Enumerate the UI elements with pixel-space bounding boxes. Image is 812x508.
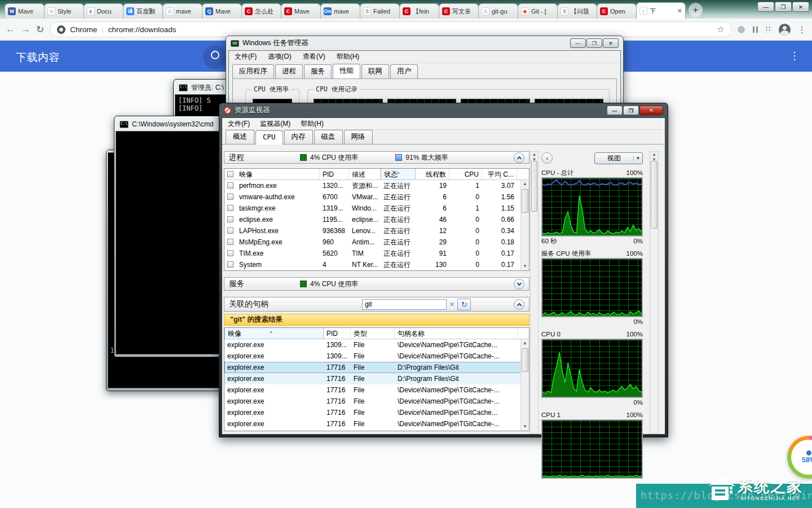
tab[interactable]: 磁盘 (314, 130, 343, 144)
browser-tab[interactable]: C【fein (399, 3, 439, 19)
forward-button[interactable]: → (21, 24, 30, 35)
panel-scrollbar[interactable]: ▲ ▼ (650, 151, 659, 434)
close-button[interactable]: ✕ (603, 38, 619, 48)
row-checkbox[interactable] (227, 182, 233, 189)
row-checkbox[interactable] (227, 216, 233, 222)
browser-tab[interactable]: ∴mave (162, 3, 202, 19)
browser-tab[interactable]: COpen (597, 3, 637, 19)
table-row[interactable]: explorer.exe17716File\Device\NamedPipe\T… (224, 396, 529, 407)
menu-item[interactable]: 文件(F) (228, 119, 250, 129)
column-header[interactable]: 映像 (236, 169, 320, 179)
table-row[interactable]: TIM.exe5620TIM正在运行9100.17 (224, 248, 529, 259)
column-header[interactable]: 状态▲ (381, 168, 416, 180)
tab[interactable]: 进程 (275, 64, 303, 78)
minimize-button[interactable]: — (607, 106, 623, 115)
row-checkbox[interactable] (227, 239, 233, 245)
column-header[interactable]: 平均 C... (482, 169, 517, 179)
browser-tab[interactable]: QMave (202, 3, 242, 19)
browser-tab-active[interactable]: ↓下✕ (636, 2, 686, 19)
refresh-search-button[interactable]: ↻ (457, 299, 471, 310)
column-header[interactable]: PID (324, 328, 351, 339)
tab[interactable]: 联网 (361, 64, 389, 78)
tab[interactable]: 概述 (226, 130, 254, 144)
menu-item[interactable]: 帮助(H) (301, 119, 324, 129)
row-checkbox[interactable] (227, 194, 233, 200)
handle-search-input[interactable] (362, 299, 447, 310)
expand-button[interactable] (514, 279, 524, 290)
browser-tab[interactable]: ≡Style (44, 3, 84, 19)
collapse-button[interactable] (514, 299, 524, 310)
bookmark-star-icon[interactable]: ☆ (717, 24, 725, 34)
scroll-up-arrow[interactable]: ▲ (521, 339, 529, 347)
browser-tab[interactable]: C写文章 (439, 3, 479, 19)
maximize-button[interactable]: ❐ (586, 38, 602, 48)
view-dropdown-button[interactable]: 视图 ▼ (594, 152, 643, 164)
browser-tab[interactable]: 译百度翻 (123, 3, 163, 19)
extension-pause-icon[interactable] (752, 26, 758, 33)
tab[interactable]: 服务 (304, 64, 332, 78)
tab[interactable]: 用户 (390, 64, 418, 78)
column-header[interactable]: 句柄名称 (395, 328, 518, 339)
row-checkbox[interactable] (227, 227, 233, 234)
scroll-thumb[interactable] (522, 189, 528, 213)
profile-avatar[interactable] (779, 24, 791, 36)
close-button[interactable]: ✕ (792, 2, 809, 12)
column-header[interactable]: 类型 (351, 328, 395, 339)
services-section-header[interactable]: 服务 4% CPU 使用率 (224, 277, 529, 291)
table-row[interactable]: MsMpEng.exe960Antim...正在运行2900.18 (224, 237, 529, 248)
close-button[interactable]: ✕ (639, 106, 663, 115)
browser-menu-icon[interactable]: ⋮ (797, 24, 806, 35)
scroll-thumb[interactable] (651, 161, 657, 229)
row-checkbox[interactable] (227, 261, 233, 268)
minimize-button[interactable]: — (570, 38, 586, 48)
column-header[interactable]: PID (320, 169, 349, 179)
maximize-button[interactable]: ❐ (775, 2, 792, 12)
process-section-header[interactable]: 进程 4% CPU 使用率 91% 最大频率 (224, 151, 529, 164)
scroll-up-arrow[interactable]: ▲ (521, 180, 529, 188)
extension-circle-icon[interactable] (738, 26, 745, 33)
scroll-up-arrow[interactable]: ▲ (650, 152, 658, 157)
browser-tab[interactable]: C怎么处 (241, 3, 281, 19)
scroll-up-arrow[interactable]: ▲ (531, 152, 538, 157)
back-button[interactable]: ← (6, 24, 15, 35)
menu-item[interactable]: 查看(V) (303, 52, 325, 62)
select-all-checkbox[interactable] (227, 171, 233, 177)
table-row[interactable]: explorer.exe17716File\Device\NamedPipe\T… (224, 418, 529, 430)
menu-item[interactable]: 文件(F) (235, 52, 257, 62)
menu-item[interactable]: 监视器(M) (260, 119, 290, 129)
table-row[interactable]: perfmon.exe1320...资源和...正在运行1913.07 (224, 180, 529, 191)
scroll-thumb[interactable] (522, 348, 528, 372)
downloads-menu-icon[interactable]: ⋮ (789, 50, 800, 62)
tab[interactable]: 网络 (344, 130, 373, 144)
resource-monitor-titlebar[interactable]: 资源监视器 — ❐ ✕ (222, 103, 665, 117)
table-row[interactable]: explorer.exe17716File\Device\NamedPipe\T… (224, 407, 529, 418)
resource-monitor-window[interactable]: 资源监视器 — ❐ ✕ 文件(F)监视器(M)帮助(H) 概述CPU内存磁盘网络… (219, 103, 668, 437)
tab[interactable]: 性能 (333, 64, 360, 79)
menu-item[interactable]: 选项(O) (268, 52, 291, 62)
menu-item[interactable]: 帮助(H) (337, 52, 360, 62)
table-row[interactable]: explorer.exe1309...File\Device\NamedPipe… (224, 339, 529, 351)
column-header[interactable]: 描述 (349, 169, 381, 179)
table-row[interactable]: System4NT Ker...正在运行13000.17 (224, 259, 529, 270)
browser-tab[interactable]: εDocu (83, 3, 123, 19)
table-scrollbar[interactable]: ▲▼ (520, 339, 529, 431)
table-row[interactable]: vmware-authd.exe6700VMwar...正在运行601.56 (224, 191, 529, 203)
column-header[interactable]: CPU (449, 169, 482, 179)
vertical-scrollbar[interactable]: ▲ ▼ (530, 151, 539, 434)
scroll-thumb[interactable] (531, 161, 537, 212)
row-checkbox[interactable] (227, 250, 233, 256)
column-header[interactable]: 映像▲ (224, 327, 324, 339)
handles-section-header[interactable]: 关联的句柄 ✕ ↻ (224, 297, 529, 312)
row-checkbox[interactable] (227, 205, 233, 211)
table-row[interactable]: explorer.exe17716FileD:\Program Files\Gi… (224, 373, 529, 384)
tab[interactable]: 应用程序 (232, 64, 274, 78)
reload-button[interactable]: ↻ (36, 24, 44, 36)
new-tab-button[interactable]: + (689, 3, 703, 17)
browser-tab[interactable]: S【问题 (557, 3, 597, 19)
extension-grid-icon[interactable] (765, 26, 772, 33)
table-row[interactable]: eclipse.exe1195...eclipse...正在运行4600.66 (224, 214, 529, 225)
tab[interactable]: 内存 (284, 130, 313, 144)
tab-close-icon[interactable]: ✕ (677, 7, 682, 15)
clear-search-icon[interactable]: ✕ (448, 301, 456, 308)
browser-tab[interactable]: SFailed (360, 3, 400, 19)
